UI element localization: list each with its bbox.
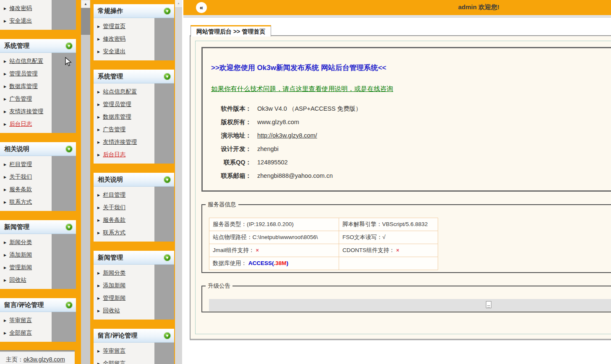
upgrade-notice-fieldset: 升级公告 <box>201 282 611 312</box>
collapse-arrow-icon: ▼ <box>164 8 171 15</box>
table-cell: 脚本解释引擎：VBScript/5.6.8832 <box>339 218 438 231</box>
menu-item[interactable]: ▶数据库管理 <box>0 80 52 93</box>
menu-group-header[interactable]: 留言/评论管理▼ <box>0 298 76 312</box>
table-cell: FSO文本读写：√ <box>339 231 438 244</box>
menu-item[interactable]: ▶新闻分类 <box>0 236 52 249</box>
menu-item[interactable]: ▶服务条款 <box>94 214 154 226</box>
menu-group-header[interactable]: 相关说明▼ <box>94 173 174 187</box>
triangle-bullet-icon: ▶ <box>97 309 100 313</box>
scrollbar-middle[interactable]: ▲ <box>175 0 182 364</box>
triangle-bullet-icon: ▶ <box>97 153 100 157</box>
menu-group-header[interactable]: 常规操作▼ <box>94 4 174 18</box>
menu-item[interactable]: ▶服务条款 <box>0 183 52 196</box>
menu-item[interactable]: ▶后台日志 <box>94 148 154 161</box>
triangle-bullet-icon: ▶ <box>4 200 6 204</box>
upgrade-notice-legend: 升级公告 <box>206 282 232 290</box>
scroll-up-icon[interactable]: ▲ <box>81 0 90 8</box>
info-label: 版权所有： <box>211 115 251 129</box>
info-label: 演示地址： <box>211 129 251 142</box>
triangle-bullet-icon: ▶ <box>97 90 100 94</box>
menu-item[interactable]: ▶关于我们 <box>94 201 154 214</box>
menu-item[interactable]: ▶管理新闻 <box>94 292 154 304</box>
menu-item[interactable]: ▶友情连接管理 <box>94 136 154 148</box>
menu-item[interactable]: ▶安全退出 <box>0 15 52 27</box>
menu-item-label: 回收站 <box>103 307 120 315</box>
scrollbar-thumb[interactable] <box>81 8 90 35</box>
menu-item-label: 全部留言 <box>103 360 125 364</box>
menu-item-label: 回收站 <box>9 276 26 284</box>
menu-item-label: 新闻分类 <box>103 269 125 277</box>
table-row: 服务器类型：(IP:192.168.0.200)脚本解释引擎：VBScript/… <box>209 218 438 231</box>
menu-item[interactable]: ▶广告管理 <box>94 123 154 136</box>
menu-item[interactable]: ▶全部留言 <box>94 357 154 364</box>
menu-item[interactable]: ▶修改密码 <box>94 33 154 45</box>
info-row: 软件版本：Ok3w V4.0 （ASP+ACCESS 免费版） <box>211 102 611 115</box>
menu-item[interactable]: ▶广告管理 <box>0 93 52 105</box>
menu-list: ▶栏目管理▶关于我们▶服务条款▶联系方式 <box>0 156 76 211</box>
menu-item[interactable]: ▶栏目管理 <box>0 158 52 171</box>
menu-item[interactable]: ▶新闻分类 <box>94 267 154 279</box>
menu-list: ▶等审留言▶全部留言 <box>0 312 76 342</box>
menu-item[interactable]: ▶管理新闻 <box>0 261 52 274</box>
menu-item[interactable]: ▶等审留言 <box>94 345 154 357</box>
menu-item-label: 全部留言 <box>9 329 32 337</box>
menu-group-title: 留言/评论管理 <box>4 301 65 309</box>
table-row: 数据库使用： ACCESS(.38M) <box>209 257 438 270</box>
menu-item[interactable]: ▶添加新闻 <box>0 249 52 261</box>
content-panel: >>欢迎您使用 Ok3w新闻发布系统 网站后台管理系统<< 如果你有什么技术问题… <box>190 35 611 340</box>
collapse-arrow-icon: ▼ <box>164 332 171 339</box>
menu-item[interactable]: ▶联系方式 <box>0 196 52 208</box>
help-link[interactable]: 如果你有什么技术问题，请点这里查看使用说明，或是在线咨询 <box>211 85 393 94</box>
menu-group-header[interactable]: 系统管理▼ <box>94 70 174 83</box>
menu-item[interactable]: ▶数据库管理 <box>94 111 154 123</box>
mouse-cursor <box>65 57 73 67</box>
menu-group-header[interactable]: 系统管理▼ <box>0 39 76 53</box>
menu-list: ▶站点信息配置▶管理员管理▶数据库管理▶广告管理▶友情连接管理▶后台日志 <box>94 83 174 164</box>
triangle-bullet-icon: ▶ <box>97 140 100 144</box>
collapse-arrow-icon: ▼ <box>65 42 73 49</box>
collapse-sidebar-button[interactable]: « <box>196 2 207 13</box>
triangle-bullet-icon: ▶ <box>4 85 6 88</box>
menu-group-header[interactable]: 新闻管理▼ <box>0 220 76 234</box>
home-link[interactable]: ok3w.glzy8.com <box>24 356 65 363</box>
triangle-bullet-icon: ▶ <box>4 278 6 282</box>
menu-item[interactable]: ▶全部留言 <box>0 327 52 339</box>
menu-item[interactable]: ▶添加新闻 <box>94 279 154 292</box>
menu-group-header[interactable]: 相关说明▼ <box>0 142 76 156</box>
triangle-bullet-icon: ▶ <box>97 218 100 222</box>
triangle-bullet-icon: ▶ <box>97 103 100 107</box>
triangle-bullet-icon: ▶ <box>97 231 100 235</box>
menu-item[interactable]: ▶站点信息配置 <box>0 55 52 68</box>
menu-item[interactable]: ▶友情连接管理 <box>0 105 52 118</box>
menu-item[interactable]: ▶栏目管理 <box>94 189 154 201</box>
menu-item[interactable]: ▶回收站 <box>0 274 52 286</box>
menu-item[interactable]: ▶后台日志 <box>0 118 52 130</box>
scrollbar-left[interactable]: ▲ <box>81 0 90 364</box>
demo-url-link[interactable]: http://ok3w.glzy8.com/ <box>257 132 317 139</box>
scroll-up-icon[interactable]: ▲ <box>175 0 182 7</box>
menu-item[interactable]: ▶关于我们 <box>0 171 52 183</box>
info-value: www.glzy8.com <box>257 119 299 125</box>
menu-item[interactable]: ▶管理员管理 <box>0 68 52 80</box>
menu-group: 相关说明▼▶栏目管理▶关于我们▶服务条款▶联系方式 <box>0 142 76 211</box>
tab-admin-home[interactable]: 网站管理后台 >> 管理首页 <box>191 25 271 36</box>
menu-item-label: 新闻分类 <box>9 239 32 246</box>
triangle-bullet-icon: ▶ <box>97 37 100 41</box>
menu-list: ▶站点信息配置▶管理员管理▶数据库管理▶广告管理▶友情连接管理▶后台日志 <box>0 53 76 133</box>
menu-item[interactable]: ▶管理员管理 <box>94 98 154 111</box>
info-row: 联系QQ：124895502 <box>211 156 611 169</box>
menu-item[interactable]: ▶站点信息配置 <box>94 86 154 98</box>
menu-item-label: 数据库管理 <box>9 83 38 90</box>
menu-item-label: 添加新闻 <box>9 251 32 259</box>
menu-item[interactable]: ▶安全退出 <box>94 45 154 58</box>
menu-item[interactable]: ▶等审留言 <box>0 314 52 327</box>
menu-item-label: 后台日志 <box>9 120 32 128</box>
menu-group-header[interactable]: 留言/评论管理▼ <box>94 329 174 343</box>
menu-item[interactable]: ▶回收站 <box>94 304 154 317</box>
menu-item[interactable]: ▶修改密码 <box>0 2 52 15</box>
menu-item-label: 数据库管理 <box>103 113 131 121</box>
menu-item[interactable]: ▶联系方式 <box>94 226 154 239</box>
menu-group-header[interactable]: 新闻管理▼ <box>94 251 174 265</box>
menu-item[interactable]: ▶管理首页 <box>94 20 154 33</box>
triangle-bullet-icon: ▶ <box>4 175 6 179</box>
